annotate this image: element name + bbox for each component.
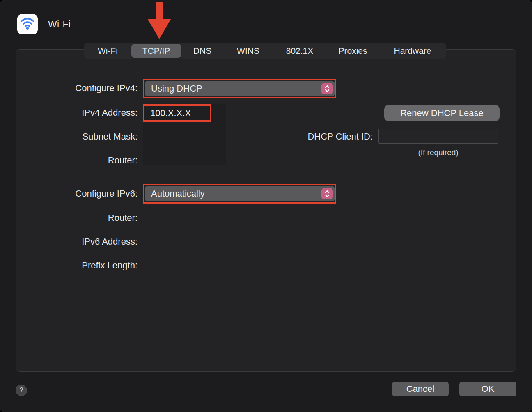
tab-hardware[interactable]: Hardware bbox=[379, 43, 446, 59]
tab-8021x[interactable]: 802.1X bbox=[273, 43, 327, 59]
tab-separator bbox=[327, 47, 327, 55]
tab-wifi[interactable]: Wi-Fi bbox=[84, 43, 131, 59]
ipv4-address-value: 100.X.X.X bbox=[150, 108, 191, 119]
help-button[interactable]: ? bbox=[16, 385, 27, 396]
ipv4-address-label: IPv4 Address: bbox=[14, 107, 138, 119]
dhcp-client-id-hint: (If required) bbox=[378, 148, 498, 157]
red-arrow-down-icon bbox=[147, 2, 172, 41]
page-title: Wi-Fi bbox=[48, 19, 71, 30]
renew-dhcp-lease-button[interactable]: Renew DHCP Lease bbox=[384, 105, 500, 121]
tab-dns[interactable]: DNS bbox=[181, 43, 224, 59]
wifi-settings-window: Wi-Fi Wi-Fi TCP/IP DNS WINS 802.1X Proxi… bbox=[0, 0, 532, 412]
settings-tab-bar: Wi-Fi TCP/IP DNS WINS 802.1X Proxies Har… bbox=[84, 43, 446, 59]
tab-separator bbox=[379, 47, 379, 55]
configure-ipv4-popup[interactable]: Using DHCP bbox=[145, 81, 335, 96]
tab-wins[interactable]: WINS bbox=[224, 43, 273, 59]
tab-proxies[interactable]: Proxies bbox=[327, 43, 379, 59]
configure-ipv6-popup-value: Automatically bbox=[151, 188, 205, 199]
wifi-app-icon bbox=[17, 14, 38, 34]
tab-separator bbox=[273, 47, 273, 55]
ipv6-router-label: Router: bbox=[14, 212, 138, 224]
configure-ipv6-label: Configure IPv6: bbox=[14, 188, 138, 199]
configure-ipv4-popup-value: Using DHCP bbox=[151, 83, 202, 94]
tab-tcpip[interactable]: TCP/IP bbox=[131, 44, 181, 58]
wifi-icon bbox=[19, 15, 36, 33]
chevron-up-down-icon bbox=[321, 83, 333, 94]
dhcp-client-id-input[interactable] bbox=[378, 129, 498, 144]
subnet-mask-label: Subnet Mask: bbox=[14, 131, 138, 142]
tab-separator bbox=[224, 47, 224, 55]
chevron-up-down-icon bbox=[321, 188, 333, 199]
configure-ipv6-popup[interactable]: Automatically bbox=[145, 186, 335, 201]
ipv4-router-label: Router: bbox=[14, 155, 138, 166]
configure-ipv4-label: Configure IPv4: bbox=[14, 82, 138, 94]
prefix-length-label: Prefix Length: bbox=[14, 260, 138, 271]
cancel-button[interactable]: Cancel bbox=[392, 382, 449, 396]
ok-button[interactable]: OK bbox=[459, 382, 516, 396]
tcpip-pane bbox=[16, 49, 516, 372]
ipv6-address-label: IPv6 Address: bbox=[14, 236, 138, 247]
dhcp-client-id-label: DHCP Client ID: bbox=[250, 131, 373, 142]
